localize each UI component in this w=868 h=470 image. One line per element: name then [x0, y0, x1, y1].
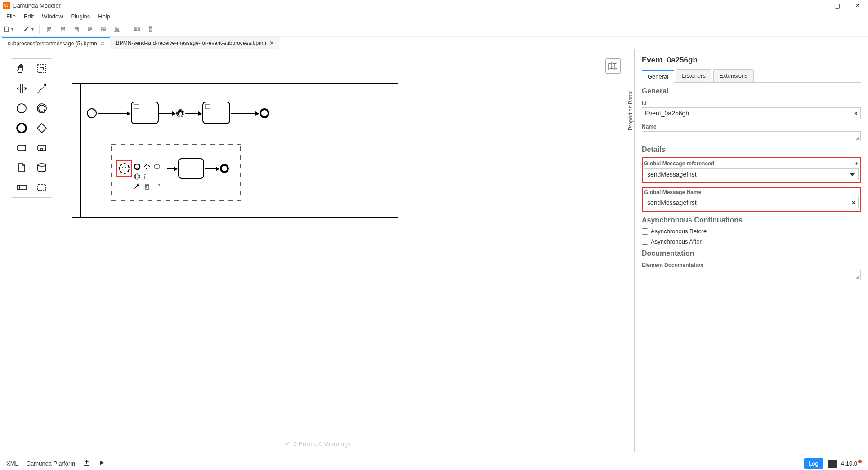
ctx-delete-icon[interactable] [143, 182, 151, 191]
svg-rect-24 [38, 65, 46, 73]
menu-edit[interactable]: Edit [20, 12, 37, 21]
svg-rect-1 [48, 27, 51, 29]
msgname-input[interactable]: sendMessagefirst × [644, 197, 859, 208]
close-window-button[interactable]: ✕ [847, 0, 868, 11]
svg-rect-52 [84, 465, 89, 466]
align-center-v-button[interactable] [98, 24, 109, 35]
align-top-button[interactable] [85, 24, 95, 35]
menu-file[interactable]: File [3, 12, 19, 21]
new-file-button[interactable]: ▼ [4, 24, 14, 35]
message-start-event-node[interactable] [119, 163, 130, 174]
run-icon[interactable] [98, 460, 105, 467]
menu-help[interactable]: Help [94, 12, 114, 21]
msgref-select[interactable]: sendMessagefirst [644, 168, 859, 180]
start-event-icon[interactable] [11, 98, 31, 118]
gateway-icon[interactable] [31, 118, 52, 138]
end-event-node[interactable] [260, 108, 269, 118]
deploy-icon[interactable] [83, 460, 90, 467]
name-input[interactable] [642, 131, 861, 141]
connect-tool-icon[interactable] [31, 79, 52, 98]
doc-input[interactable] [642, 270, 861, 280]
tab-file-1[interactable]: subprocessforstartmessage (5).bpmn [2, 37, 110, 49]
highlighted-msgref-field: Global Message referenced + sendMessagef… [642, 157, 861, 183]
clear-id-icon[interactable]: × [854, 110, 858, 117]
intermediate-event-icon[interactable] [31, 98, 52, 118]
add-message-icon[interactable]: + [855, 160, 859, 167]
ctx-intermediate-event-icon[interactable] [133, 173, 141, 181]
hand-tool-icon[interactable] [11, 59, 31, 79]
intermediate-message-event-node[interactable] [176, 109, 184, 117]
async-after-checkbox[interactable]: Asynchronous After [642, 238, 861, 245]
data-store-icon[interactable] [31, 158, 52, 177]
distribute-v-button[interactable] [145, 24, 156, 35]
menu-window[interactable]: Window [38, 12, 66, 21]
prop-tab-listeners[interactable]: Listeners [676, 69, 711, 82]
diagram-canvas[interactable]: 0 Errors, 0 Warnings [0, 49, 634, 452]
align-center-h-button[interactable] [58, 24, 68, 35]
id-label: Id [642, 100, 861, 106]
group-icon[interactable] [31, 177, 52, 197]
menu-plugins[interactable]: Plugins [67, 12, 94, 21]
prop-tab-general[interactable]: General [642, 70, 674, 83]
svg-rect-19 [137, 28, 138, 31]
ctx-gateway-icon[interactable] [143, 163, 151, 171]
toolbar: ▼ ▼ [0, 22, 868, 37]
ctx-end-event-icon[interactable] [133, 163, 141, 171]
start-event-node[interactable] [87, 108, 97, 118]
svg-rect-16 [115, 28, 116, 31]
svg-rect-2 [48, 30, 50, 31]
event-subprocess[interactable] [111, 144, 241, 201]
align-bottom-button[interactable] [112, 24, 122, 35]
status-bar: XML Camunda Platform Log ! 4.10.0 [0, 457, 868, 470]
xml-toggle[interactable]: XML [6, 460, 18, 467]
minimize-button[interactable]: — [806, 0, 827, 11]
svg-point-44 [134, 164, 140, 169]
ctx-annotation-icon[interactable] [143, 173, 151, 181]
data-object-icon[interactable] [11, 158, 31, 177]
align-right-button[interactable] [71, 24, 82, 35]
participant-icon[interactable] [11, 177, 31, 197]
log-button[interactable]: Log [804, 458, 823, 469]
subprocess-expanded-icon[interactable] [31, 138, 52, 158]
task-node-1[interactable] [131, 102, 159, 124]
clear-msgname-icon[interactable]: × [852, 199, 855, 206]
warning-indicator-icon[interactable]: ! [828, 460, 837, 468]
svg-rect-33 [41, 149, 43, 151]
minimap-toggle[interactable] [605, 58, 621, 74]
errors-warnings-badge[interactable]: 0 Errors, 0 Warnings [283, 440, 351, 448]
svg-rect-40 [134, 105, 139, 109]
subprocess-end-event-node[interactable] [220, 164, 229, 173]
lasso-tool-icon[interactable] [31, 59, 52, 79]
version-label[interactable]: 4.10.0 [841, 460, 862, 467]
align-left-button[interactable] [44, 24, 55, 35]
subprocess-task-node[interactable] [178, 158, 204, 179]
section-documentation: Documentation [642, 249, 861, 257]
maximize-button[interactable]: ▢ [827, 0, 847, 11]
async-before-checkbox[interactable]: Asynchronous Before [642, 228, 861, 235]
prop-tab-extensions[interactable]: Extensions [713, 69, 754, 82]
space-tool-icon[interactable] [11, 79, 31, 98]
pool-header[interactable] [72, 84, 81, 217]
task-icon[interactable] [11, 138, 31, 158]
svg-rect-31 [18, 145, 26, 151]
distribute-h-button[interactable] [132, 24, 143, 35]
end-event-icon[interactable] [11, 118, 31, 138]
tab-file-2[interactable]: BPMN-send-and-receive-message-for-event-… [110, 37, 279, 49]
svg-rect-22 [149, 29, 152, 30]
task-node-2[interactable] [202, 102, 230, 124]
menubar: File Edit Window Plugins Help [0, 11, 868, 22]
svg-point-47 [135, 175, 139, 178]
context-pad [133, 163, 167, 191]
ctx-task-icon[interactable] [153, 163, 161, 171]
svg-rect-10 [88, 28, 89, 31]
svg-rect-23 [149, 31, 152, 32]
id-input[interactable]: Event_0a256gb × [642, 107, 861, 119]
svg-rect-21 [149, 27, 152, 28]
bpmn-diagram[interactable] [72, 83, 398, 218]
ctx-connect-icon[interactable] [153, 182, 161, 191]
ctx-wrench-icon[interactable] [133, 182, 141, 191]
element-title: Event_0a256gb [642, 56, 861, 65]
svg-rect-48 [145, 185, 149, 189]
close-tab-icon[interactable]: × [270, 40, 273, 47]
marker-button[interactable]: ▼ [24, 24, 35, 35]
